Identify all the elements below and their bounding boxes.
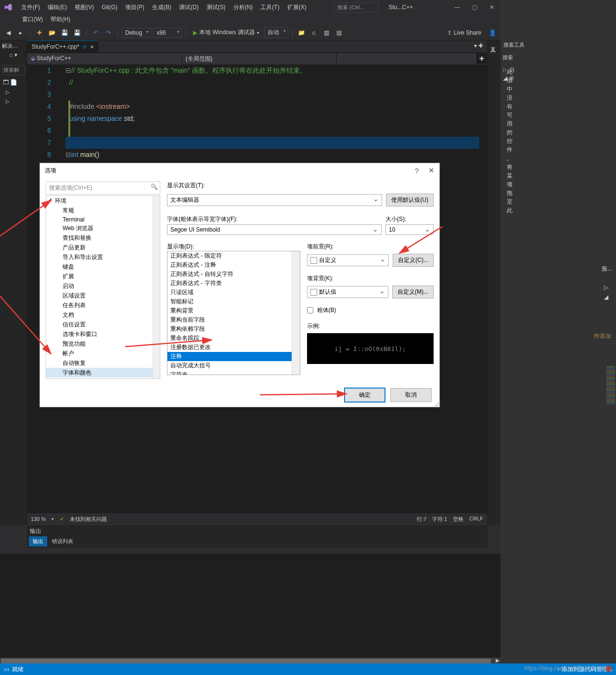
lineending[interactable]: CRLF: [469, 516, 483, 523]
tree-preview[interactable]: 预览功能: [46, 339, 160, 349]
forward-button[interactable]: ▸: [15, 27, 26, 38]
show-settings-combo[interactable]: 文本编辑器: [167, 194, 382, 206]
menu-git[interactable]: Git(G): [100, 3, 119, 12]
options-search[interactable]: 搜索选项(Ctrl+E): [46, 182, 160, 195]
back-button[interactable]: ◀: [3, 27, 13, 38]
server-panel-tab[interactable]: 服...: [602, 265, 612, 273]
menu-debug[interactable]: 调试(D): [177, 2, 201, 13]
tree-extensions[interactable]: 扩展: [46, 272, 160, 281]
menu-build[interactable]: 生成(B): [150, 2, 173, 13]
menu-help[interactable]: 帮助(H): [49, 14, 72, 25]
line-indicator[interactable]: 行:7: [417, 516, 426, 523]
size-combo[interactable]: 10: [385, 224, 434, 235]
display-items-listbox[interactable]: 正则表达式 - 限定符正则表达式 - 注释正则表达式 - 自转义字符正则表达式 …: [167, 251, 300, 375]
save-button[interactable]: 💾: [59, 27, 70, 38]
tree-fontscolors[interactable]: 字体和颜色: [46, 368, 160, 377]
close-tab-icon[interactable]: ✕: [90, 44, 94, 50]
pin-icon[interactable]: ⊕: [82, 43, 87, 50]
tree-account[interactable]: 帐户: [46, 349, 160, 358]
menu-project[interactable]: 项目(P): [123, 2, 146, 13]
tree-keyboard[interactable]: 键盘: [46, 262, 160, 272]
output-pane[interactable]: 输出 输出 错误列表: [27, 526, 488, 548]
display-item[interactable]: 智能标记: [167, 297, 300, 306]
tree-importexport[interactable]: 导入和导出设置: [46, 252, 160, 262]
menu-window[interactable]: 窗口(W): [20, 14, 45, 25]
output-tab[interactable]: 输出: [29, 536, 47, 546]
tb-icon4[interactable]: ▤: [334, 27, 345, 38]
rhs-search[interactable]: 搜索: [502, 54, 520, 61]
tree-terminal[interactable]: Terminal: [46, 215, 160, 223]
display-item[interactable]: 正则表达式 - 限定符: [167, 251, 300, 260]
tree-findreplace[interactable]: 查找和替换: [46, 233, 160, 243]
display-item[interactable]: 重构背景: [167, 306, 300, 315]
new-button[interactable]: ✚: [34, 27, 45, 38]
bg-combo[interactable]: 默认值: [307, 286, 388, 298]
tb-icon2[interactable]: ⎌: [309, 27, 320, 38]
display-item[interactable]: 自动完成大括号: [167, 361, 300, 370]
undo-button[interactable]: ↶: [90, 27, 101, 38]
tree-trust[interactable]: 信任设置: [46, 320, 160, 329]
menu-edit[interactable]: 编辑(E): [46, 2, 69, 13]
display-item[interactable]: 正则表达式 - 注释: [167, 260, 300, 270]
cancel-button[interactable]: 取消: [390, 388, 432, 402]
options-tree[interactable]: ◢环境 常规 Terminal Web 浏览器 查找和替换 产品更新 导入和导出…: [46, 195, 160, 379]
config-combo[interactable]: Debug: [122, 28, 151, 38]
bold-checkbox[interactable]: 粗体(B): [307, 306, 434, 314]
display-item[interactable]: 字符串: [167, 370, 300, 375]
tree-general[interactable]: 常规: [46, 206, 160, 215]
display-item[interactable]: 注册数据已更改: [167, 343, 300, 352]
document-tab[interactable]: StudyForC++.cpp* ⊕ ✕: [27, 40, 99, 52]
close-button[interactable]: ✕: [483, 0, 500, 14]
char-indicator[interactable]: 字符:1: [432, 516, 447, 523]
tree-tasklist[interactable]: 任务列表: [46, 300, 160, 310]
fg-combo[interactable]: 自定义: [307, 254, 389, 266]
solution-explorer-collapsed[interactable]: 解决… ⌂ ▾ 搜索解 🗔 📄 ▷ ▷: [0, 40, 27, 525]
display-item[interactable]: 重构当前字段: [167, 315, 300, 325]
dialog-help-icon[interactable]: ?: [415, 167, 419, 175]
menu-file[interactable]: 文件(F): [19, 2, 42, 13]
custom-bg-button[interactable]: 自定义(M)...: [392, 286, 434, 299]
tb-icon3[interactable]: ▥: [321, 27, 332, 38]
titlebar-search[interactable]: 搜索 (Ctrl...: [334, 2, 379, 13]
tools-tab[interactable]: 工具: [488, 40, 499, 46]
tree-environment[interactable]: ◢环境: [46, 196, 160, 206]
custom-fg-button[interactable]: 自定义(C)...: [393, 254, 434, 267]
split-icon[interactable]: ✚: [476, 53, 487, 64]
tree-documents[interactable]: 文档: [46, 310, 160, 320]
open-button[interactable]: 📂: [47, 27, 57, 38]
saveall-button[interactable]: 💾: [72, 27, 82, 38]
maximize-button[interactable]: ▢: [466, 0, 483, 14]
insert-mode[interactable]: 空格: [453, 516, 463, 523]
func-dropdown[interactable]: (全局范围): [182, 53, 336, 64]
rhs-tabs[interactable]: 搜索工具: [503, 41, 525, 49]
home-icon[interactable]: ⌂ ▾: [0, 52, 26, 63]
tree-startup[interactable]: 启动: [46, 281, 160, 291]
display-item[interactable]: 注释: [167, 352, 300, 361]
menu-tools[interactable]: 工具(T): [258, 2, 281, 13]
display-item[interactable]: 正则表达式 - 自转义字符: [167, 270, 300, 279]
solution-search[interactable]: 搜索解: [2, 65, 25, 75]
expand-icon2[interactable]: ▷: [0, 97, 26, 106]
tree-webbrowser[interactable]: Web 浏览器: [46, 223, 160, 233]
display-item[interactable]: 正则表达式 - 字符类: [167, 279, 300, 288]
tb-icon1[interactable]: 📁: [296, 27, 307, 38]
tree-projects[interactable]: ▷项目和解决方案: [46, 377, 160, 379]
display-item[interactable]: 重构依赖字段: [167, 325, 300, 334]
account-button[interactable]: 👤: [487, 27, 498, 38]
doc-well-options[interactable]: ▾ ✚: [470, 40, 487, 52]
tree-autorecover[interactable]: 自动恢复: [46, 358, 160, 368]
expand-icon[interactable]: ▷: [0, 88, 26, 97]
start-debug-button[interactable]: ▶ 本地 Windows 调试器 ▾: [190, 27, 262, 38]
liveshare-button[interactable]: ⇪ Live Share: [447, 29, 481, 36]
menu-extensions[interactable]: 扩展(X): [285, 2, 308, 13]
platform-combo[interactable]: x86: [153, 28, 182, 38]
menu-view[interactable]: 视图(V): [73, 2, 96, 13]
solution-tab[interactable]: 解决…: [0, 40, 26, 52]
menu-analyze[interactable]: 分析(N): [231, 2, 255, 13]
server-controls[interactable]: ▷◢: [599, 284, 613, 308]
output-tabs[interactable]: 输出 错误列表: [27, 536, 488, 546]
auto-combo[interactable]: 自动: [264, 27, 288, 38]
toolbox-collapsed[interactable]: 工具: [487, 40, 500, 525]
redo-button[interactable]: ↷: [103, 27, 114, 38]
tree-region[interactable]: 区域设置: [46, 291, 160, 300]
